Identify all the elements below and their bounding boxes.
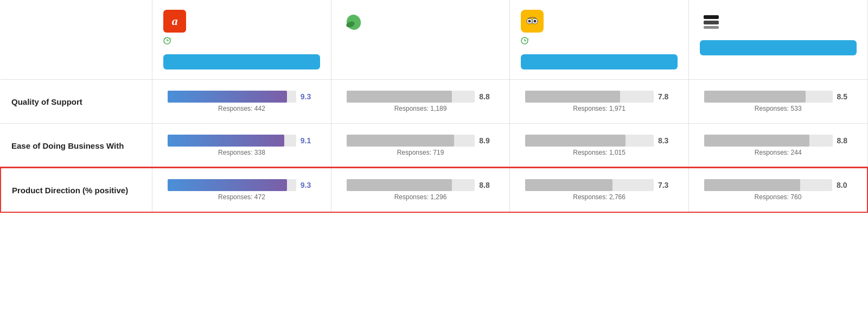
bar-row-2-2: 7.3 (525, 179, 673, 191)
bar-container (704, 179, 832, 191)
bar-fill (704, 179, 800, 191)
bar-fill (525, 135, 626, 147)
bar-container (525, 135, 654, 147)
sproutsocial-logo (342, 10, 365, 33)
bar-row-2-0: 9.3 (168, 179, 316, 191)
bar-score: 8.9 (479, 136, 494, 145)
bar-container (168, 135, 296, 147)
bar-container (525, 179, 654, 191)
bar-cell-1-0: 9.1Responses: 338 (161, 129, 322, 162)
bar-fill (704, 135, 809, 147)
responses-text: Responses: 760 (755, 193, 802, 201)
svg-rect-22 (704, 26, 719, 29)
buffer-product-header (700, 10, 857, 55)
bar-score: 9.1 (301, 136, 316, 145)
bar-fill (347, 179, 452, 191)
bar-cell-2-1: 8.8Responses: 1,296 (340, 174, 501, 206)
row-label-2: Product Direction (% positive) (1, 168, 152, 212)
buffer-title-row (700, 10, 728, 33)
row-0-col-0: 9.3Responses: 442 (152, 80, 331, 124)
row-2-col-2: 7.3Responses: 2,766 (510, 168, 689, 212)
hootsuite-logo (521, 10, 544, 33)
bar-container (704, 135, 833, 147)
data-row-1: Ease of Doing Business With9.1Responses:… (1, 124, 867, 168)
row-label-1: Ease of Doing Business With (1, 124, 152, 168)
bar-cell-0-2: 7.8Responses: 1,971 (519, 85, 680, 118)
bar-row-2-3: 8.0 (704, 179, 852, 191)
bar-row-0-0: 9.3 (168, 91, 316, 103)
responses-text: Responses: 244 (755, 149, 802, 156)
hootsuite-header-cell (510, 0, 689, 80)
bar-score: 8.0 (837, 181, 852, 189)
bar-container (168, 91, 296, 103)
agorapulse-quote-button[interactable] (163, 54, 320, 69)
svg-point-12 (528, 20, 531, 23)
row-2-col-0: 9.3Responses: 472 (152, 168, 331, 212)
empty-corner (1, 0, 152, 80)
svg-rect-21 (704, 21, 719, 24)
bar-container (347, 91, 475, 103)
svg-point-7 (344, 12, 363, 31)
bar-row-0-3: 8.5 (704, 91, 852, 103)
row-1-col-0: 9.1Responses: 338 (152, 124, 331, 168)
hootsuite-quote-button[interactable] (521, 54, 678, 69)
svg-rect-20 (704, 15, 719, 19)
agorapulse-title-row: a (163, 10, 192, 33)
bar-row-1-0: 9.1 (168, 135, 316, 147)
bar-fill (704, 91, 806, 103)
responses-text: Responses: 2,766 (573, 193, 626, 201)
bar-cell-1-3: 8.8Responses: 244 (698, 129, 859, 162)
hootsuite-product-header (521, 10, 678, 69)
buffer-logo (700, 10, 723, 33)
responses-text: Responses: 719 (397, 149, 444, 156)
comparison-table: a (0, 0, 868, 213)
responses-text: Responses: 472 (218, 193, 265, 201)
responses-text: Responses: 1,189 (394, 105, 447, 112)
bar-row-0-2: 7.8 (525, 91, 673, 103)
bar-fill (525, 179, 612, 191)
row-0-col-3: 8.5Responses: 533 (688, 80, 867, 124)
agorapulse-logo: a (163, 10, 186, 33)
bar-cell-1-1: 8.9Responses: 719 (340, 129, 501, 162)
bar-container (347, 135, 475, 147)
sproutsocial-header-cell (331, 0, 510, 80)
bar-cell-2-2: 7.3Responses: 2,766 (519, 174, 680, 206)
bar-score: 8.8 (837, 136, 852, 145)
bar-row-1-1: 8.9 (347, 135, 495, 147)
bar-container (525, 91, 654, 103)
agorapulse-product-header: a (163, 10, 320, 69)
responses-text: Responses: 338 (218, 149, 265, 156)
header-row: a (1, 0, 867, 80)
bar-container (347, 179, 475, 191)
row-0-col-2: 7.8Responses: 1,971 (510, 80, 689, 124)
buffer-quote-button[interactable] (700, 40, 857, 55)
data-row-0: Quality of Support9.3Responses: 4428.8Re… (1, 80, 867, 124)
row-label-0: Quality of Support (1, 80, 152, 124)
agorapulse-badge (163, 37, 177, 47)
row-1-col-2: 8.3Responses: 1,015 (510, 124, 689, 168)
row-0-col-1: 8.8Responses: 1,189 (331, 80, 510, 124)
responses-text: Responses: 533 (755, 105, 802, 112)
sproutsocial-product-header (342, 10, 499, 33)
responses-text: Responses: 1,296 (394, 193, 447, 201)
bar-fill (168, 91, 287, 103)
bar-score: 7.8 (658, 92, 673, 101)
bar-cell-1-2: 8.3Responses: 1,015 (519, 129, 680, 162)
bar-fill (347, 135, 455, 147)
bar-cell-0-3: 8.5Responses: 533 (698, 85, 859, 118)
responses-text: Responses: 442 (218, 105, 265, 112)
bar-cell-0-1: 8.8Responses: 1,189 (340, 85, 501, 118)
bar-row-1-3: 8.8 (704, 135, 852, 147)
badge-icon-agora (163, 37, 174, 47)
bar-row-2-1: 8.8 (347, 179, 495, 191)
agorapulse-header-cell: a (152, 0, 331, 80)
bar-score: 8.8 (479, 92, 494, 101)
hootsuite-title-row (521, 10, 549, 33)
row-2-col-1: 8.8Responses: 1,296 (331, 168, 510, 212)
row-2-col-3: 8.0Responses: 760 (688, 168, 867, 212)
bar-container (168, 179, 296, 191)
bar-score: 8.5 (837, 92, 852, 101)
badge-icon-hootsuite (521, 37, 532, 47)
bar-fill (168, 179, 287, 191)
bar-score: 9.3 (301, 92, 316, 101)
